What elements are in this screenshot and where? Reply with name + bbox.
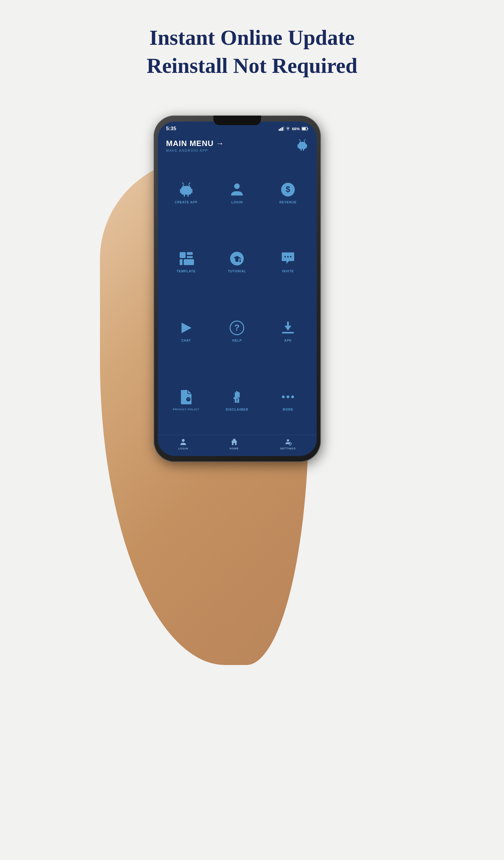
bottom-nav: LOGIN HOME	[158, 435, 316, 456]
svg-rect-17	[191, 189, 192, 193]
svg-marker-34	[181, 322, 191, 333]
template-icon	[178, 251, 194, 266]
file-lock-icon	[178, 389, 194, 405]
svg-point-47	[282, 396, 285, 398]
battery-icon	[302, 127, 308, 130]
hand-stop-icon	[229, 389, 245, 405]
svg-point-49	[291, 396, 294, 398]
nav-settings-label: SETTINGS	[280, 447, 296, 450]
dollar-icon: $	[280, 182, 296, 197]
svg-rect-10	[297, 144, 299, 148]
svg-point-45	[236, 399, 238, 400]
privacy-policy-label: PRIVACY POLICY	[173, 408, 199, 411]
svg-point-15	[189, 185, 190, 186]
template-label: TEMPLATE	[177, 269, 196, 273]
svg-rect-2	[282, 127, 283, 131]
header-left: MAIN MENU → MAKE ANDROID APP	[166, 139, 224, 152]
signal-icon	[279, 127, 284, 131]
svg-point-20	[234, 183, 240, 189]
page-wrapper: Instant Online Update Reinstall Not Requ…	[0, 0, 504, 860]
svg-rect-42	[236, 391, 237, 398]
svg-text:$: $	[286, 185, 290, 194]
menu-item-login[interactable]: LOGIN	[211, 158, 263, 228]
svg-rect-0	[279, 129, 280, 131]
menu-item-privacy-policy[interactable]: PRIVACY POLICY	[161, 366, 212, 435]
download-icon	[280, 320, 296, 336]
svg-rect-6	[302, 128, 306, 130]
svg-point-31	[284, 256, 286, 258]
menu-item-tutorial[interactable]: TUTORIAL	[211, 228, 263, 297]
svg-rect-41	[188, 399, 189, 401]
menu-item-more[interactable]: MORE	[263, 366, 314, 435]
menu-item-apk[interactable]: APK	[263, 297, 314, 366]
headline: Instant Online Update Reinstall Not Requ…	[147, 24, 357, 80]
svg-line-12	[299, 140, 300, 141]
svg-point-48	[286, 396, 289, 398]
nav-home-label: HOME	[229, 447, 239, 450]
svg-rect-44	[239, 392, 240, 398]
help-label: HELP	[232, 339, 242, 342]
person-icon	[229, 182, 245, 197]
nav-item-home[interactable]: HOME	[229, 438, 239, 450]
menu-item-chat[interactable]: CHAT	[161, 297, 212, 366]
nav-settings-icon	[284, 438, 292, 446]
battery-text: 66%	[292, 127, 300, 131]
menu-item-template[interactable]: TEMPLATE	[161, 228, 212, 297]
menu-item-create-app[interactable]: CREATE APP	[161, 158, 212, 228]
menu-item-revenue[interactable]: $ REVENUE	[263, 158, 314, 228]
svg-rect-26	[180, 259, 182, 266]
status-icons: 66%	[279, 127, 308, 131]
graduation-icon	[229, 251, 245, 266]
tutorial-label: TUTORIAL	[228, 269, 246, 273]
svg-rect-37	[282, 332, 294, 333]
svg-point-14	[182, 185, 183, 186]
svg-point-33	[290, 256, 292, 258]
phone-notch	[213, 116, 261, 125]
dots-icon	[280, 389, 296, 405]
nav-item-settings[interactable]: SETTINGS	[280, 438, 296, 450]
svg-rect-25	[187, 256, 193, 258]
svg-line-19	[189, 183, 190, 184]
svg-line-18	[182, 183, 183, 184]
svg-point-53	[287, 439, 289, 442]
svg-rect-11	[306, 144, 307, 148]
login-label: LOGIN	[231, 200, 242, 204]
android-create-icon	[178, 182, 194, 197]
header-subtitle: MAKE ANDROID APP	[166, 149, 224, 152]
svg-rect-7	[307, 128, 308, 129]
menu-item-disclaimer[interactable]: DISCLAIMER	[211, 366, 263, 435]
menu-item-help[interactable]: ? HELP	[211, 297, 263, 366]
svg-point-50	[182, 439, 185, 442]
svg-rect-27	[184, 259, 194, 266]
nav-home-icon	[231, 438, 238, 446]
create-app-label: CREATE APP	[175, 200, 198, 204]
phone-hand-container: 5:35 66%	[118, 98, 386, 665]
wifi-icon	[286, 127, 290, 131]
app-header: MAIN MENU → MAKE ANDROID APP	[158, 133, 316, 155]
svg-marker-38	[285, 321, 292, 331]
menu-item-invite[interactable]: INVITE	[263, 228, 314, 297]
svg-rect-43	[238, 392, 239, 398]
disclaimer-label: DISCLAIMER	[226, 407, 248, 411]
chat-dots-icon	[280, 251, 296, 266]
status-time: 5:35	[166, 126, 176, 132]
svg-marker-51	[231, 439, 237, 445]
chat-label: CHAT	[181, 339, 191, 342]
svg-rect-29	[240, 258, 241, 261]
phone-screen: 5:35 66%	[158, 121, 316, 456]
play-arrow-icon	[178, 320, 194, 336]
question-icon: ?	[229, 320, 245, 336]
menu-grid: CREATE APP LOGIN	[158, 155, 316, 435]
svg-point-32	[287, 256, 289, 258]
svg-rect-16	[180, 189, 181, 193]
nav-login-icon	[179, 438, 187, 446]
invite-label: INVITE	[282, 269, 294, 273]
svg-rect-24	[187, 252, 193, 255]
svg-rect-1	[280, 128, 281, 131]
more-label: MORE	[283, 407, 293, 411]
header-title: MAIN MENU →	[166, 139, 224, 148]
svg-rect-3	[283, 127, 284, 131]
svg-line-13	[304, 140, 305, 141]
android-header-icon	[296, 139, 308, 151]
nav-item-login[interactable]: LOGIN	[178, 438, 189, 450]
